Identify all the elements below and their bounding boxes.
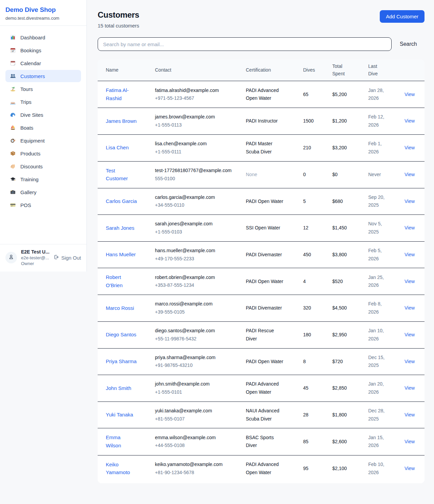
certification: PADI Rescue Diver [246,327,286,343]
sidebar-item-label: Trips [20,99,32,105]
sidebar-item-label: Products [20,151,40,156]
column-header-total-spent: Total Spent [332,59,368,81]
customer-name-link[interactable]: Sarah Jones [106,224,134,232]
total-spent: $520 [332,273,368,291]
sidebar-item-dashboard[interactable]: Dashboard [5,31,81,43]
contact-cell: carlos.garcia@example.com +34-555-0110 [155,188,246,215]
search-input[interactable] [98,37,392,51]
customer-phone: +39-555-0105 [155,308,246,316]
view-link[interactable]: View [405,92,415,97]
sidebar-item-pos[interactable]: POS [5,199,81,211]
customer-name-link[interactable]: Yuki Tanaka [106,411,133,418]
view-link[interactable]: View [405,145,415,150]
view-link[interactable]: View [405,466,415,471]
customer-name-link[interactable]: Robert O'Brien [106,273,137,289]
dives-count: 5 [303,192,332,211]
view-link[interactable]: View [405,252,415,257]
dives-count: 210 [303,139,332,157]
view-link[interactable]: View [405,225,415,230]
dives-count: 95 [303,460,332,478]
sign-out-button[interactable]: Sign Out [53,254,81,261]
customer-phone: +1-555-0113 [155,121,246,129]
brand-domain: demo.test.divestreams.com [5,16,81,21]
dives-count: 450 [303,246,332,264]
grad-cap-icon [10,176,16,182]
customer-name-link[interactable]: Fatima Al-Rashid [106,86,137,102]
table-row: Fatima Al-Rashid fatima.alrashid@example… [98,81,425,108]
table-row: Keiko Yamamoto keiko.yamamoto@example.co… [98,455,425,483]
customer-name-link[interactable]: Priya Sharma [106,357,137,365]
sidebar-item-products[interactable]: Products [5,147,81,160]
customer-count: 15 total customers [98,23,139,29]
customer-name-link[interactable]: John Smith [106,384,131,392]
total-spent: $1,200 [332,112,368,130]
page-header: Customers 15 total customers Add Custome… [98,10,425,29]
last-dive-date: Nov 5, 2025 [368,220,389,236]
customer-email: carlos.garcia@example.com [155,193,232,202]
view-link[interactable]: View [405,279,415,284]
table-row: Diego Santos diego.santos@example.com +5… [98,322,425,349]
customer-name-link[interactable]: Test Customer [106,167,137,183]
view-link[interactable]: View [405,385,415,391]
view-link[interactable]: View [405,412,415,417]
sidebar-item-bookings[interactable]: 17Bookings [5,44,81,56]
view-link[interactable]: View [405,199,415,204]
search-button[interactable]: Search [400,41,417,47]
table-row: Marco Rossi marco.rossi@example.com +39-… [98,295,425,322]
column-header-last-dive: Last Dive [368,59,405,81]
customer-name-link[interactable]: Diego Santos [106,331,136,338]
view-link[interactable]: View [405,439,415,444]
customer-email: diego.santos@example.com [155,327,232,335]
view-link[interactable]: View [405,359,415,364]
view-link[interactable]: View [405,305,415,311]
sidebar-item-gallery[interactable]: Gallery [5,186,81,198]
sidebar-item-boats[interactable]: Boats [5,122,81,134]
customer-email: marco.rossi@example.com [155,300,232,308]
credit-card-icon [10,202,16,208]
sidebar-item-label: Dashboard [20,35,45,40]
sidebar-item-training[interactable]: Training [5,173,81,185]
avatar [5,252,17,263]
view-link[interactable]: View [405,172,415,177]
customer-email: john.smith@example.com [155,380,232,388]
sailboat-icon [10,125,16,131]
customer-name-link[interactable]: Carlos Garcia [106,197,137,205]
customer-phone: +81-555-0107 [155,415,246,423]
sidebar-item-equipment[interactable]: Equipment [5,134,81,147]
customer-name-link[interactable]: Lisa Chen [106,144,129,151]
customer-name-link[interactable]: Keiko Yamamoto [106,461,137,477]
certification: PADI Master Scuba Diver [246,140,286,156]
customer-email: test-1772681807767@example.com [155,167,232,175]
customer-email: james.brown@example.com [155,113,232,121]
table-row: Yuki Tanaka yuki.tanaka@example.com +81-… [98,402,425,429]
contact-cell: keiko.yamamoto@example.com +81-90-1234-5… [155,455,246,482]
contact-cell: sarah.jones@example.com +1-555-0103 [155,215,246,241]
customer-name-link[interactable]: James Brown [106,117,137,125]
last-dive-date: Feb 10, 2026 [368,461,389,477]
total-spent: $3,800 [332,246,368,264]
sidebar-item-dive-sites[interactable]: Dive Sites [5,109,81,121]
sidebar-item-discounts[interactable]: Discounts [5,160,81,172]
sidebar-item-customers[interactable]: Customers [5,70,81,82]
table-body: Fatima Al-Rashid fatima.alrashid@example… [98,81,425,483]
contact-cell: james.brown@example.com +1-555-0113 [155,108,246,134]
sidebar-item-calendar[interactable]: Calendar [5,57,81,69]
customers-table: NameContactCertificationDivesTotal Spent… [98,59,425,483]
certification: BSAC Sports Diver [246,434,286,450]
view-link[interactable]: View [405,118,415,124]
customer-phone: +91-98765-43210 [155,361,246,370]
customer-name-link[interactable]: Marco Rossi [106,304,134,312]
search-bar: Search [98,37,425,51]
add-customer-button[interactable]: Add Customer [380,10,425,23]
sidebar-item-tours[interactable]: Tours [5,83,81,95]
sidebar-item-trips[interactable]: Trips [5,96,81,108]
customer-name-link[interactable]: Emma Wilson [106,433,137,449]
user-role: Owner [21,261,49,266]
main-content: Customers 15 total customers Add Custome… [87,0,434,492]
view-link[interactable]: View [405,332,415,337]
tag-icon [10,163,16,169]
customer-name-link[interactable]: Hans Mueller [106,250,136,258]
table-header-row: NameContactCertificationDivesTotal Spent… [98,59,425,81]
customer-phone: +971-55-123-4567 [155,94,246,102]
customer-email: priya.sharma@example.com [155,354,232,362]
